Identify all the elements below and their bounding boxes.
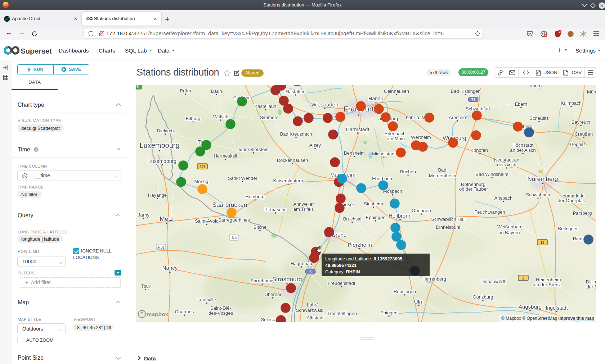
svg-text:Creußen: Creußen <box>575 131 593 137</box>
svg-text:Heilbronn: Heilbronn <box>389 213 412 219</box>
svg-text:Sélestat: Sélestat <box>261 317 278 322</box>
svg-text:der Aisch: der Aisch <box>497 162 516 167</box>
svg-text:Diekirch: Diekirch <box>157 128 174 133</box>
svg-text:Bruchsal: Bruchsal <box>343 216 362 222</box>
svg-text:Erlenbach: Erlenbach <box>385 131 406 136</box>
svg-text:Herrenberg: Herrenberg <box>422 276 446 282</box>
svg-text:Buchen: Buchen <box>400 169 416 174</box>
svg-text:Bad Windsheim: Bad Windsheim <box>475 172 508 177</box>
svg-text:Kastellaun: Kastellaun <box>255 104 277 109</box>
svg-text:71: 71 <box>471 98 475 102</box>
svg-text:Feuchtwangen: Feuchtwangen <box>474 209 505 215</box>
svg-text:Alzey: Alzey <box>309 142 321 148</box>
svg-text:Wiesbaden: Wiesbaden <box>311 101 338 108</box>
svg-text:Beilngries: Beilngries <box>558 226 579 231</box>
svg-text:Augsburg: Augsburg <box>519 304 542 310</box>
svg-text:Kulmbach: Kulmbach <box>561 100 582 106</box>
svg-text:Sinsheim: Sinsheim <box>364 201 383 206</box>
svg-text:Ebern: Ebern <box>515 101 528 107</box>
svg-text:Toul: Toul <box>141 283 150 289</box>
svg-text:Schwäbisch Hall: Schwäbisch Hall <box>431 217 465 222</box>
svg-text:Sarrebourg: Sarrebourg <box>250 278 274 283</box>
svg-text:Wittlich: Wittlich <box>213 114 228 119</box>
svg-text:Freudenstadt: Freudenstadt <box>328 281 355 286</box>
svg-text:Homburg: Homburg <box>245 194 264 199</box>
svg-text:Darmstadt: Darmstadt <box>346 127 369 132</box>
svg-text:Ehingen: Ehingen <box>380 310 398 315</box>
svg-text:Pirmasens: Pirmasens <box>264 207 287 212</box>
svg-text:Nuremberg: Nuremberg <box>527 176 558 182</box>
svg-text:ob der Tauber: ob der Tauber <box>459 186 488 192</box>
svg-text:Obernai: Obernai <box>264 292 281 297</box>
svg-text:Pforzheim: Pforzheim <box>348 242 372 248</box>
svg-text:an der Brenz: an der Brenz <box>534 282 561 287</box>
svg-text:Simmern: Simmern <box>260 115 279 120</box>
svg-text:5: 5 <box>136 85 139 89</box>
svg-text:der Oberpfalz: der Oberpfalz <box>558 198 586 203</box>
svg-text:Hermeskeil: Hermeskeil <box>214 153 237 159</box>
svg-text:Bayreuth: Bayreuth <box>572 119 590 125</box>
svg-text:am Main: am Main <box>387 136 405 141</box>
svg-text:am Trifels: am Trifels <box>293 206 314 212</box>
svg-text:x: x <box>564 72 565 74</box>
svg-text:Arnstein: Arnstein <box>449 115 466 120</box>
svg-text:Eppingen: Eppingen <box>366 215 386 220</box>
svg-text:Rockenhausen: Rockenhausen <box>277 158 308 163</box>
svg-text:Dinkelsbühl: Dinkelsbühl <box>436 224 460 230</box>
svg-text:Pegnitz: Pegnitz <box>570 142 586 147</box>
svg-text:13: 13 <box>540 241 544 245</box>
svg-text:Saint-Avold: Saint-Avold <box>195 218 219 224</box>
svg-text:Lunéville: Lunéville <box>197 297 216 302</box>
svg-text:Trochtelfingen: Trochtelfingen <box>327 311 357 316</box>
svg-text:Saarbrücken: Saarbrücken <box>212 201 247 208</box>
svg-text:Lahr/: Lahr/ <box>307 302 318 308</box>
svg-text:Hanau: Hanau <box>368 96 383 101</box>
svg-text:in Bayern: in Bayern <box>500 230 520 235</box>
svg-text:© Mapbox © OpenStreetMap Impro: © Mapbox © OpenStreetMap Improve this ma… <box>501 316 594 321</box>
svg-text:Ansbach: Ansbach <box>494 195 513 201</box>
svg-text:Wertheim: Wertheim <box>411 135 431 140</box>
svg-text:Sarreguemines: Sarreguemines <box>218 217 250 223</box>
svg-text:Weißenburg: Weißenburg <box>497 224 523 229</box>
svg-text:Parsberg: Parsberg <box>573 210 592 216</box>
svg-text:Kaiserslautern: Kaiserslautern <box>273 178 303 183</box>
svg-text:Luxembourg: Luxembourg <box>139 141 179 149</box>
svg-text:A 31: A 31 <box>157 245 165 249</box>
svg-text:Öhringen: Öhringen <box>412 208 431 213</box>
svg-text:Nastätten: Nastätten <box>286 89 306 94</box>
svg-text:Metz: Metz <box>160 215 173 222</box>
svg-text:Prüm: Prüm <box>180 88 191 94</box>
svg-text:Jarny: Jarny <box>138 212 149 218</box>
svg-text:A 4: A 4 <box>232 236 237 240</box>
svg-text:Bad Kissingen: Bad Kissingen <box>451 88 480 94</box>
svg-text:Nancy: Nancy <box>162 265 178 271</box>
svg-text:Merzig: Merzig <box>194 179 208 184</box>
svg-text:Saint-Dié-: Saint-Dié- <box>210 305 231 311</box>
svg-text:Haguenau: Haguenau <box>291 261 312 266</box>
svg-text:2: 2 <box>559 30 560 33</box>
svg-text:Donauwörth: Donauwörth <box>481 279 507 284</box>
svg-text:Ulm: Ulm <box>414 299 424 305</box>
svg-text:der Donau: der Donau <box>587 284 596 290</box>
svg-text:Bitche: Bitche <box>254 224 266 230</box>
svg-text:Ingolstadt: Ingolstadt <box>546 305 568 311</box>
svg-text:Luxembourg: Luxembourg <box>148 158 176 164</box>
svg-text:Coburg: Coburg <box>526 85 542 88</box>
svg-text:des-Vosges: des-Vosges <box>209 310 233 316</box>
svg-text:Ried: Ried <box>573 236 583 241</box>
svg-text:Bad Kreuznach: Bad Kreuznach <box>280 131 312 137</box>
svg-text:Bensheim: Bensheim <box>344 150 365 156</box>
svg-text:Annweiler: Annweiler <box>293 201 314 207</box>
svg-text:5: 5 <box>309 270 312 274</box>
svg-text:Heidenheim: Heidenheim <box>536 277 561 282</box>
svg-text:Scheßlitz: Scheßlitz <box>529 115 548 121</box>
svg-text:Günzburg: Günzburg <box>472 294 493 300</box>
svg-text:Schwarzwald: Schwarzwald <box>296 308 324 313</box>
svg-text:Strasbourg: Strasbourg <box>272 276 302 283</box>
svg-text:Daun: Daun <box>211 88 222 94</box>
svg-text:Michelstadt: Michelstadt <box>372 151 396 156</box>
svg-text:Münc: Münc <box>587 89 596 95</box>
svg-text:Charmes: Charmes <box>175 309 194 314</box>
svg-text:Bitburg: Bitburg <box>185 116 200 121</box>
svg-text:407: 407 <box>200 165 206 169</box>
